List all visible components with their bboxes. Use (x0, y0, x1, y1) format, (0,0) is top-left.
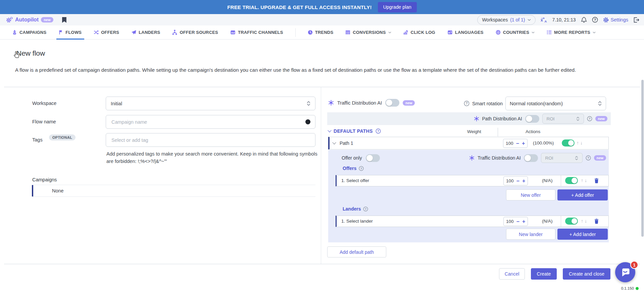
chevron-down-icon (593, 32, 596, 34)
new-lander-button[interactable]: New lander (506, 229, 555, 240)
optional-badge: OPTIONAL (49, 134, 76, 140)
smart-rotation-select[interactable]: Normal rotation(random) (505, 97, 606, 110)
nav-item-traffic-channels[interactable]: Ad TRAFFIC CHANNELS (230, 25, 283, 39)
add-offer-button[interactable]: + Add offer (557, 189, 608, 200)
collapse-chevron-icon[interactable] (332, 140, 336, 144)
offer-row-label: 1. Select offer (341, 178, 369, 183)
offer-enabled-toggle[interactable] (565, 177, 578, 184)
settings-button[interactable]: Settings (603, 17, 628, 23)
offer-weight-control[interactable]: 100 − + (503, 176, 528, 185)
increase-weight-button[interactable]: + (522, 141, 525, 146)
nav-item-languages[interactable]: A LANGUAGES (447, 25, 484, 39)
tags-input[interactable] (111, 137, 310, 143)
nav-item-campaigns[interactable]: CAMPAIGNS (12, 25, 46, 39)
bookmark-icon[interactable] (62, 17, 66, 23)
question-circle-icon[interactable]: ? (464, 101, 469, 106)
path-ai-metric-select[interactable]: ROI (542, 114, 584, 124)
tags-label: Tags (32, 137, 43, 142)
nav-item-offers[interactable]: OFFERS (94, 25, 119, 39)
help-icon[interactable]: ? (592, 17, 598, 23)
trash-icon[interactable] (594, 178, 599, 183)
nav-label: FLOWS (65, 30, 82, 35)
new-offer-button[interactable]: New offer (506, 189, 555, 200)
decrease-weight-button[interactable]: − (516, 141, 519, 146)
path-ai-metric-value: ROI (547, 116, 574, 121)
select-stepper-icon (576, 117, 580, 121)
offer-only-toggle[interactable] (366, 154, 380, 162)
move-down-button[interactable]: ↓ (585, 178, 587, 183)
smart-rotation-label: Smart rotation (472, 101, 503, 106)
svg-text:?: ? (360, 167, 362, 170)
trash-icon[interactable] (594, 219, 599, 224)
ad-icon: Ad (230, 30, 236, 35)
smart-rotation-value: Normal rotation(random) (510, 101, 595, 106)
question-circle-icon[interactable]: ? (587, 116, 592, 121)
bell-icon[interactable] (581, 17, 587, 23)
workspace-value: Initial (111, 101, 304, 106)
nav-item-conversions[interactable]: CONVERSIONS (345, 25, 391, 39)
decrease-weight-button[interactable]: − (516, 178, 519, 184)
flow-color-picker[interactable] (305, 119, 310, 124)
offer-only-label: Offer only (342, 155, 362, 161)
path-weight-control[interactable]: 100 − + (503, 139, 528, 148)
brand-logo[interactable]: Autopilot new (6, 17, 53, 23)
translate-icon[interactable]: xA (541, 17, 547, 23)
vertical-scrollbar[interactable] (641, 80, 644, 237)
move-up-button[interactable]: ↑ (581, 178, 583, 183)
paths-panel: Traffic Distribution AI new ? Smart rota… (321, 87, 640, 264)
flow-name-input[interactable] (111, 119, 303, 125)
decrease-weight-button[interactable]: − (516, 219, 519, 224)
create-button[interactable]: Create (531, 268, 557, 280)
svg-text:?: ? (589, 117, 591, 120)
question-circle-icon[interactable]: ? (376, 128, 381, 134)
question-circle-icon[interactable]: ? (363, 207, 368, 212)
move-down-button[interactable]: ↓ (580, 140, 583, 146)
svg-text:Ad: Ad (231, 31, 235, 34)
inline-traffic-ai-toggle[interactable] (524, 154, 538, 162)
nav-label: LANDERS (139, 30, 160, 35)
campaigns-label: Campaigns (32, 177, 57, 182)
move-up-button[interactable]: ↑ (581, 218, 583, 224)
increase-weight-button[interactable]: + (522, 178, 525, 184)
move-up-button[interactable]: ↑ (577, 140, 579, 146)
nav-label: CAMPAIGNS (19, 30, 46, 35)
brand-name: Autopilot (15, 17, 39, 23)
workspace-select[interactable]: Initial (106, 97, 315, 110)
move-down-button[interactable]: ↓ (585, 218, 587, 224)
svg-text:?: ? (594, 18, 596, 22)
question-circle-icon[interactable]: ? (359, 166, 364, 171)
nav-item-landers[interactable]: LANDERS (131, 25, 160, 39)
weight-value: 100 (506, 178, 514, 183)
nav-item-click-log[interactable]: CLICK LOG (403, 25, 435, 39)
smart-rotation-row: ? Smart rotation Normal rotation(random) (464, 97, 606, 110)
nav-item-offer-sources[interactable]: OFFER SOURCES (172, 25, 218, 39)
table-icon (345, 30, 350, 35)
increase-weight-button[interactable]: + (522, 219, 525, 224)
workspaces-selector[interactable]: Workspaces (1 of 1) (477, 15, 535, 25)
nav-item-more-reports[interactable]: MORE REPORTS (547, 25, 596, 39)
nav-item-countries[interactable]: COUNTRIES (496, 25, 535, 39)
collapse-chevron-icon[interactable] (328, 128, 331, 132)
lander-enabled-toggle[interactable] (565, 218, 578, 225)
logout-icon[interactable] (633, 17, 639, 23)
nav-item-trends[interactable]: TRENDS (308, 25, 334, 39)
question-circle-icon[interactable]: ? (586, 155, 591, 161)
path-enabled-toggle[interactable] (562, 139, 575, 147)
actions-column-header: Actions (526, 129, 540, 134)
upgrade-plan-button[interactable]: Upgrade plan (378, 2, 417, 12)
lander-row[interactable]: 1. Select lander 100 − + (N/A) ↑ ↓ (336, 216, 609, 227)
lander-weight-control[interactable]: 100 − + (503, 217, 528, 226)
nav-item-flows[interactable]: FLOWS (58, 25, 82, 39)
add-default-path-button[interactable]: Add default path (327, 246, 386, 257)
flag-icon (58, 30, 63, 35)
select-stepper-icon (598, 101, 602, 106)
inline-metric-select[interactable]: ROI (541, 153, 583, 163)
offer-row[interactable]: 1. Select offer 100 − + (N/A) ↑ ↓ (336, 175, 609, 186)
path-ai-toggle[interactable] (525, 115, 539, 123)
campaigns-row-accent (32, 185, 33, 196)
create-and-close-button[interactable]: Create and close (563, 268, 610, 280)
add-lander-button[interactable]: + Add lander (557, 229, 608, 240)
campaigns-list-row: None (32, 185, 315, 197)
traffic-ai-toggle[interactable] (385, 99, 399, 107)
cancel-button[interactable]: Cancel (499, 268, 525, 280)
